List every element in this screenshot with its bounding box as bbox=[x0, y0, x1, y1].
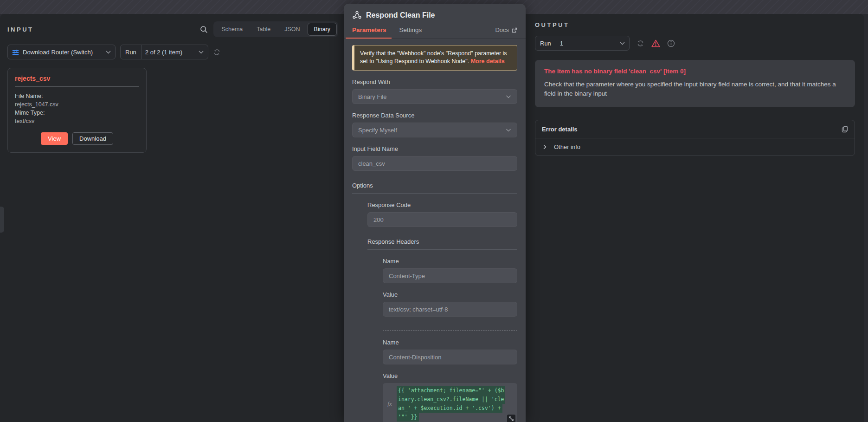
expression-code[interactable]: {{ 'attachment; filename="' + ($b inary.… bbox=[397, 386, 513, 422]
chevron-down-icon bbox=[199, 51, 204, 54]
response-headers-section-header: Response Headers bbox=[367, 238, 517, 250]
options-section-header: Options bbox=[352, 182, 517, 194]
download-button[interactable]: Download bbox=[72, 132, 113, 145]
error-details-box: Error details Other info bbox=[535, 120, 855, 156]
input-panel-title: INPUT bbox=[7, 26, 34, 33]
respond-with-value: Binary File bbox=[358, 93, 386, 100]
header2-name-input[interactable]: Content-Disposition bbox=[383, 350, 517, 364]
response-code-label: Response Code bbox=[367, 201, 517, 208]
header1-name-value: Content-Type bbox=[389, 273, 425, 279]
panel-edge-handle[interactable] bbox=[0, 207, 4, 233]
node-title[interactable]: Respond Clean File bbox=[366, 11, 435, 19]
file-name-label: File Name: bbox=[15, 92, 139, 100]
error-title: The item has no binary field 'clean_csv'… bbox=[544, 68, 846, 75]
input-run-label: Run bbox=[121, 45, 141, 59]
tab-parameters[interactable]: Parameters bbox=[352, 22, 386, 38]
unlink-runs-icon[interactable] bbox=[213, 48, 221, 56]
output-panel: OUTPUT Run 1 bbox=[526, 14, 864, 422]
other-info-toggle[interactable]: Other info bbox=[535, 138, 855, 156]
chevron-down-icon bbox=[620, 42, 625, 45]
chevron-down-icon bbox=[106, 51, 111, 54]
expression-editor[interactable]: fx {{ 'attachment; filename="' + ($b ina… bbox=[383, 383, 517, 422]
tab-json[interactable]: JSON bbox=[278, 23, 306, 36]
docs-link[interactable]: Docs bbox=[495, 26, 517, 33]
response-code-value: 200 bbox=[373, 216, 384, 223]
response-data-source-select[interactable]: Specify Myself bbox=[352, 123, 517, 137]
unlink-runs-icon[interactable] bbox=[637, 39, 644, 47]
header1-value-label: Value bbox=[383, 291, 517, 298]
file-name-value: rejects_1047.csv bbox=[15, 100, 139, 109]
webhook-notice: Verify that the "Webhook" node's "Respon… bbox=[352, 45, 517, 71]
input-field-name-value: clean_csv bbox=[358, 160, 385, 167]
chevron-down-icon bbox=[506, 129, 511, 132]
tab-schema[interactable]: Schema bbox=[215, 23, 249, 36]
view-button[interactable]: View bbox=[41, 132, 68, 145]
external-link-icon bbox=[512, 27, 517, 33]
output-panel-title: OUTPUT bbox=[535, 21, 855, 28]
input-run-selector[interactable]: Run 2 of 2 (1 item) bbox=[120, 45, 208, 59]
header-items-divider bbox=[383, 331, 517, 331]
input-node-value: Download Router (Switch) bbox=[19, 49, 106, 56]
response-code-input[interactable]: 200 bbox=[367, 212, 517, 227]
header2-name-label: Name bbox=[383, 339, 517, 346]
header1-name-label: Name bbox=[383, 258, 517, 265]
info-icon[interactable] bbox=[667, 39, 675, 47]
input-field-name-label: Input Field Name bbox=[352, 145, 517, 152]
mime-type-value: text/csv bbox=[15, 117, 139, 125]
header2-name-value: Content-Disposition bbox=[389, 354, 441, 361]
node-tabs: Parameters Settings Docs bbox=[344, 22, 526, 39]
input-run-value: 2 of 2 (1 item) bbox=[141, 49, 199, 56]
header1-value-value: text/csv; charset=utf-8 bbox=[389, 306, 448, 313]
respond-with-select[interactable]: Binary File bbox=[352, 89, 517, 104]
response-data-source-value: Specify Myself bbox=[358, 127, 397, 134]
error-description: Check that the parameter where you speci… bbox=[544, 80, 846, 98]
error-message-box: The item has no binary field 'clean_csv'… bbox=[535, 60, 855, 107]
tab-table[interactable]: Table bbox=[250, 23, 277, 36]
tab-settings[interactable]: Settings bbox=[399, 22, 422, 38]
expression-line: '"' }} bbox=[397, 413, 419, 422]
header2-value-label: Value bbox=[383, 372, 517, 379]
binary-field-name: rejects_csv bbox=[15, 75, 139, 82]
output-run-selector[interactable]: Run 1 bbox=[535, 36, 630, 51]
chevron-right-icon bbox=[543, 144, 547, 149]
respond-with-label: Respond With bbox=[352, 78, 517, 85]
header1-name-input[interactable]: Content-Type bbox=[383, 268, 517, 283]
more-details-link[interactable]: More details bbox=[471, 58, 505, 65]
search-icon[interactable] bbox=[200, 26, 208, 33]
error-details-title: Error details bbox=[542, 126, 578, 133]
mime-type-label: Mime Type: bbox=[15, 109, 139, 117]
display-mode-tabs: Schema Table JSON Binary bbox=[213, 21, 338, 37]
chevron-down-icon bbox=[506, 95, 511, 98]
output-run-label: Run bbox=[535, 36, 556, 50]
input-node-selector[interactable]: Download Router (Switch) bbox=[7, 45, 116, 59]
node-settings-panel: Respond Clean File Parameters Settings D… bbox=[344, 4, 526, 422]
input-panel: INPUT Schema Table JSON Binary bbox=[0, 14, 344, 422]
expression-line: inary.clean_csv?.fileName || 'cle bbox=[397, 395, 505, 404]
tab-binary[interactable]: Binary bbox=[308, 23, 337, 36]
fx-icon: fx bbox=[383, 386, 397, 422]
switch-node-icon bbox=[12, 49, 19, 56]
header1-value-input[interactable]: text/csv; charset=utf-8 bbox=[383, 302, 517, 317]
expand-expression-icon[interactable] bbox=[507, 415, 515, 422]
input-field-name-input[interactable]: clean_csv bbox=[352, 156, 517, 171]
webhook-node-icon bbox=[352, 10, 362, 20]
output-run-value: 1 bbox=[556, 40, 620, 47]
warning-triangle-icon[interactable] bbox=[651, 39, 660, 47]
expression-line: an_' + $execution.id + '.csv') + bbox=[397, 404, 502, 413]
expression-line: {{ 'attachment; filename="' + ($b bbox=[397, 386, 505, 395]
binary-file-card: rejects_csv File Name: rejects_1047.csv … bbox=[7, 68, 147, 153]
response-data-source-label: Response Data Source bbox=[352, 112, 517, 119]
divider bbox=[15, 86, 139, 87]
other-info-label: Other info bbox=[554, 143, 580, 150]
copy-icon[interactable] bbox=[842, 126, 848, 133]
docs-label: Docs bbox=[495, 26, 509, 33]
